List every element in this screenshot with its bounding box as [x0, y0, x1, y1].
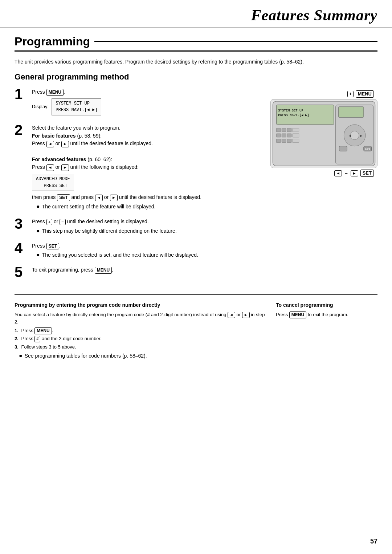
set-key-2: SET — [46, 243, 59, 250]
svg-rect-7 — [293, 128, 299, 132]
svg-rect-10 — [287, 134, 291, 137]
set-label: SET — [360, 170, 374, 177]
hash-key: # — [34, 336, 40, 342]
step-4-bullet: ● The setting you selected is set, and t… — [36, 251, 254, 259]
step-3: 3 Press + or − until the desired setting… — [15, 216, 254, 236]
step-2-basic-ref: (p. 58, 59): — [77, 133, 102, 139]
svg-rect-5 — [282, 128, 286, 132]
intro-paragraph: The unit provides various programming fe… — [15, 58, 377, 66]
step-1-display-box: SYSTEM SET UP PRESS NAVI.[◄ ►] — [52, 98, 101, 115]
menu-key: MENU — [46, 89, 64, 96]
svg-rect-13 — [282, 139, 286, 143]
right-arrow-key-3: ► — [110, 195, 118, 201]
left-arrow-key-2: ◄ — [46, 164, 54, 171]
plus-key: + — [46, 219, 52, 225]
device-column: + MENU SYSTEM SET UP PRESS NAVI.[◄ ►] — [261, 90, 377, 177]
plus-label: + — [347, 91, 353, 97]
step-4: 4 Press SET. ● The setting you selected … — [15, 241, 254, 260]
menu-label: MENU — [356, 90, 374, 98]
left-arrow-label: ◄ — [334, 170, 342, 176]
step-2-bullet: ● The current setting of the feature wil… — [36, 203, 254, 211]
step-2-adv-text: Press ◄ or ► until the following is disp… — [32, 164, 139, 170]
subsection-title: General programming method — [15, 72, 377, 82]
svg-point-19 — [350, 131, 359, 140]
step-1-number: 1 — [15, 87, 28, 101]
bottom-left-col: Programming by entering the program code… — [15, 301, 265, 360]
minus-key: − — [60, 219, 65, 225]
left-arrow-key-1: ◄ — [46, 141, 54, 147]
svg-rect-4 — [276, 128, 281, 132]
svg-rect-11 — [293, 134, 299, 137]
minus-label: − — [345, 171, 348, 176]
step-2: 2 Select the feature you wish to program… — [15, 123, 254, 211]
svg-text:−: − — [342, 147, 344, 151]
section-divider — [15, 294, 377, 295]
right-arrow-key-2: ► — [61, 164, 69, 171]
svg-rect-8 — [276, 134, 281, 137]
bottom-section: Programming by entering the program code… — [15, 301, 377, 360]
step-2-then-text: then press SET and press ◄ or ► until th… — [32, 194, 201, 200]
bottom-left-bullet: ● See programming tables for code number… — [19, 352, 265, 360]
step-2-basic-text: Press ◄ or ► until the desired feature i… — [32, 140, 153, 146]
svg-rect-12 — [276, 139, 281, 143]
bottom-right-heading: To cancel programming — [276, 301, 377, 309]
bottom-left-steps: 1. Press MENU. 2. Press # and the 2-digi… — [15, 327, 265, 350]
step-2-basic-label: For basic features — [32, 133, 76, 139]
bottom-step-1: 1. Press MENU. — [15, 327, 265, 334]
bottom-left-heading: Programming by entering the program code… — [15, 301, 265, 309]
right-arrow-label: ► — [351, 170, 358, 176]
svg-rect-9 — [282, 134, 286, 137]
page-number: 57 — [370, 538, 377, 545]
step-3-number: 3 — [15, 216, 28, 231]
menu-key-2: MENU — [95, 267, 112, 274]
step-3-bullet: ● This step may be slightly different de… — [36, 227, 254, 235]
step-5: 5 To exit programming, press MENU. — [15, 265, 254, 279]
bottom-step-3: 3. Follow steps 3 to 5 above. — [15, 343, 265, 351]
bottom-right-col: To cancel programming Press MENU to exit… — [276, 301, 377, 318]
page-header: Features Summary — [0, 0, 392, 28]
step-1-display-row: Display: SYSTEM SET UP PRESS NAVI.[◄ ►] — [32, 97, 254, 117]
step-5-number: 5 — [15, 265, 28, 279]
device-bottom-labels: ◄ − ► SET — [334, 170, 377, 177]
step-2-number: 2 — [15, 123, 28, 137]
right-arrow-key-1: ► — [61, 141, 69, 147]
step-1-text: Press — [32, 89, 46, 95]
step-1-content: Press MENU. Display: SYSTEM SET UP PRESS… — [32, 87, 254, 118]
step-2-adv-label: For advanced features — [32, 156, 86, 162]
svg-text:◄: ◄ — [348, 134, 351, 138]
left-arrow-key-3: ◄ — [95, 195, 103, 201]
svg-rect-6 — [287, 128, 291, 132]
svg-rect-17 — [339, 107, 364, 118]
svg-text:PRESS NAVI.[◄ ►]: PRESS NAVI.[◄ ►] — [278, 114, 309, 117]
main-content: Programming The unit provides various pr… — [0, 35, 392, 375]
bottom-left-intro: You can select a feature by directly ent… — [15, 311, 265, 326]
left-key-inline: ◄ — [228, 312, 235, 318]
step-2-adv-ref: (p. 60–62): — [87, 156, 112, 162]
steps-device-layout: 1 Press MENU. Display: SYSTEM SET UP PRE… — [15, 87, 377, 284]
set-key-1: SET — [57, 194, 70, 201]
step-2-main: Select the feature you wish to program. — [32, 125, 121, 131]
device-top-labels: + MENU — [347, 90, 377, 98]
right-key-inline: ► — [242, 312, 250, 318]
step-5-content: To exit programming, press MENU. — [32, 265, 254, 274]
device-image: SYSTEM SET UP PRESS NAVI.[◄ ►] — [270, 99, 377, 168]
step-1: 1 Press MENU. Display: SYSTEM SET UP PRE… — [15, 87, 254, 118]
step-5-text: To exit programming, press MENU. — [32, 267, 113, 273]
step-4-number: 4 — [15, 241, 28, 255]
step-1-display-label: Display: — [32, 103, 49, 110]
svg-rect-14 — [287, 139, 291, 143]
menu-key-cancel: MENU — [289, 311, 306, 318]
step-4-content: Press SET. ● The setting you selected is… — [32, 241, 254, 260]
menu-key-bottom: MENU — [34, 327, 52, 334]
svg-text:►: ► — [360, 134, 363, 138]
step-3-text: Press + or − until the desired setting i… — [32, 219, 149, 224]
adv-display-box: ADVANCED MODE PRESS SET — [32, 174, 74, 191]
step-2-content: Select the feature you wish to program. … — [32, 123, 254, 211]
steps-column: 1 Press MENU. Display: SYSTEM SET UP PRE… — [15, 87, 254, 284]
step-4-text: Press SET. — [32, 243, 61, 249]
svg-text:SET: SET — [365, 148, 371, 151]
step-3-content: Press + or − until the desired setting i… — [32, 216, 254, 236]
svg-text:SYSTEM SET UP: SYSTEM SET UP — [278, 109, 303, 113]
page-title: Features Summary — [251, 7, 377, 24]
bottom-right-text: Press MENU to exit the program. — [276, 311, 377, 318]
